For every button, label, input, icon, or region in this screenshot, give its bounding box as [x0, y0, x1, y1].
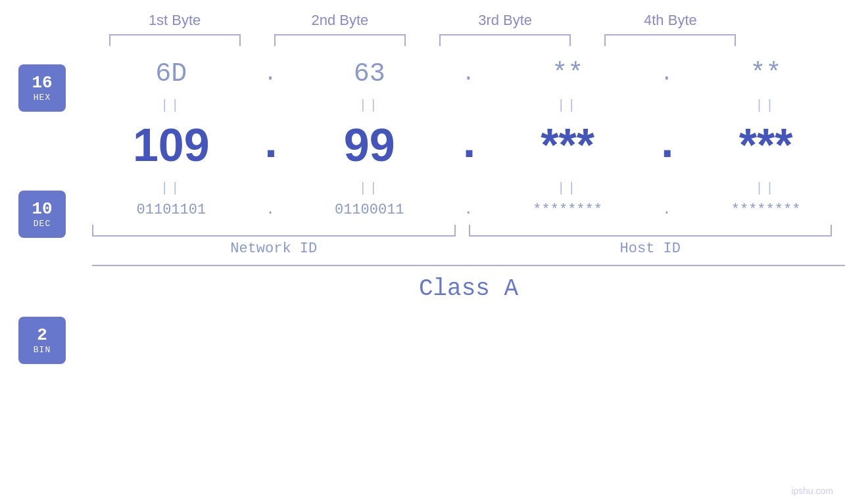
hex-badge-number: 16: [32, 74, 52, 93]
byte-header-3: 3rd Byte: [433, 12, 577, 29]
dec-badge-number: 10: [32, 200, 52, 219]
hex-byte-3: **: [495, 59, 640, 89]
hex-badge-label: HEX: [34, 93, 51, 103]
hex-byte-4: **: [694, 59, 838, 89]
bin-byte-3: ********: [495, 202, 640, 218]
dec-sep-1: .: [257, 122, 283, 168]
bracket-byte-3: [439, 34, 571, 46]
equals-sep-4: [257, 181, 283, 196]
main-container: 1st Byte 2nd Byte 3rd Byte 4th Byte 16 H…: [0, 0, 845, 504]
equals-sep-1: [257, 98, 283, 113]
bracket-byte-4: [604, 34, 736, 46]
bin-sep-2: .: [455, 202, 481, 218]
equals-row-1: || || || ||: [92, 95, 845, 116]
network-id-label: Network ID: [92, 241, 456, 257]
byte-header-1: 1st Byte: [103, 12, 247, 29]
byte-header-4: 4th Byte: [598, 12, 742, 29]
bin-row: 01101101 . 01100011 . ******** .: [92, 202, 845, 218]
network-bracket: [92, 225, 456, 237]
host-id-label: Host ID: [469, 241, 833, 257]
class-label: Class A: [92, 275, 845, 302]
dec-byte-2: 99: [297, 119, 442, 172]
equals-1-2: ||: [297, 98, 442, 113]
equals-2-1: ||: [99, 181, 243, 196]
dec-sep-3: .: [654, 122, 680, 168]
badges-column: 16 HEX 10 DEC 2 BIN: [0, 46, 92, 504]
equals-2-4: ||: [694, 181, 838, 196]
dec-byte-4: ***: [694, 119, 838, 172]
dec-badge: 10 DEC: [18, 191, 66, 238]
hex-byte-2: 63: [297, 59, 442, 89]
hex-badge: 16 HEX: [18, 64, 66, 112]
bin-byte-2: 01100011: [297, 202, 442, 218]
equals-sep-2: [455, 98, 481, 113]
bin-badge-number: 2: [37, 326, 47, 345]
hex-sep-1: .: [257, 62, 283, 86]
dec-byte-3: ***: [495, 119, 640, 172]
byte-header-2: 2nd Byte: [268, 12, 412, 29]
bin-badge-label: BIN: [34, 345, 51, 355]
equals-sep-5: [455, 181, 481, 196]
dec-row: 109 . 99 . *** . ***: [92, 119, 845, 172]
hex-sep-3: .: [654, 62, 680, 86]
byte-headers-row: 1st Byte 2nd Byte 3rd Byte 4th Byte: [0, 12, 845, 29]
equals-2-3: ||: [495, 181, 640, 196]
full-content-area: 16 HEX 10 DEC 2 BIN 6D .: [0, 46, 845, 504]
bin-byte-4: ********: [694, 202, 838, 218]
equals-sep-3: [654, 98, 680, 113]
id-labels-row: Network ID Host ID: [92, 241, 845, 257]
watermark: ipshu.com: [791, 486, 833, 496]
equals-row-2: || || || ||: [92, 178, 845, 198]
hex-sep-2: .: [455, 62, 481, 86]
bottom-brackets-container: [92, 225, 845, 237]
data-column: 6D . 63 . ** . **: [92, 46, 845, 504]
equals-1-1: ||: [99, 98, 243, 113]
bin-byte-1: 01101101: [99, 202, 243, 218]
dec-sep-2: .: [455, 122, 481, 168]
equals-2-2: ||: [297, 181, 442, 196]
dec-badge-label: DEC: [34, 219, 51, 229]
top-brackets-row: [0, 34, 845, 46]
bin-sep-1: .: [257, 202, 283, 218]
hex-row: 6D . 63 . ** . **: [92, 59, 845, 89]
hex-byte-1: 6D: [99, 59, 243, 89]
equals-1-4: ||: [694, 98, 838, 113]
bin-sep-3: .: [654, 202, 680, 218]
bracket-byte-2: [274, 34, 406, 46]
equals-sep-6: [654, 181, 680, 196]
host-bracket: [469, 225, 833, 237]
dec-byte-1: 109: [99, 119, 243, 172]
bin-badge: 2 BIN: [18, 317, 66, 364]
class-outer-bracket-line: [92, 265, 845, 266]
bracket-byte-1: [109, 34, 241, 46]
equals-1-3: ||: [495, 98, 640, 113]
